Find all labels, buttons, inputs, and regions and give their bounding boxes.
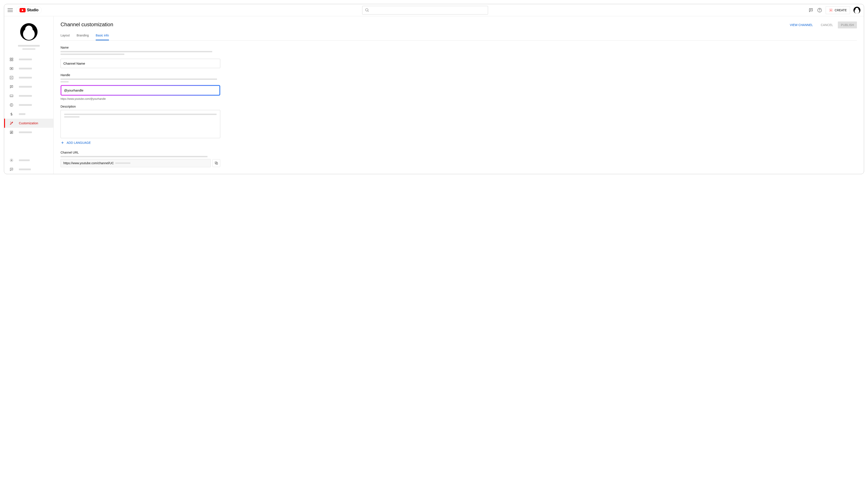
svg-marker-14 [11,68,12,69]
dollar-icon [9,112,14,116]
search-input[interactable] [362,6,488,14]
nav-customization-label: Customization [19,122,38,125]
channel-name-input[interactable] [61,59,220,68]
svg-rect-9 [10,58,11,59]
nav-content[interactable] [4,64,53,73]
content-icon [9,66,14,71]
nav-send-feedback[interactable] [4,165,53,174]
publish-button: PUBLISH [838,22,857,28]
svg-point-27 [10,122,11,122]
channel-name-placeholder [18,45,40,46]
analytics-icon [9,75,14,80]
chat-feedback-icon[interactable] [808,8,813,13]
handle-input[interactable] [61,86,219,95]
handle-label: Handle [61,73,220,77]
account-avatar[interactable] [854,7,860,14]
tab-layout[interactable]: Layout [61,31,70,40]
logo[interactable]: Studio [16,6,42,14]
handle-url: https://www.youtube.com/@yourhandle [61,97,220,100]
svg-point-30 [11,132,12,133]
create-label: CREATE [835,8,847,12]
svg-rect-10 [12,58,13,59]
plus-icon [61,141,64,145]
search-icon [365,8,369,12]
description-textarea[interactable] [61,110,220,138]
logo-text: Studio [27,8,38,12]
svg-point-24 [10,103,13,106]
channel-url-value: https://www.youtube.com/channel/UC [63,161,114,165]
svg-line-1 [368,11,369,11]
copy-icon [214,161,218,165]
tab-basic-info[interactable]: Basic info [96,31,109,40]
help-icon[interactable] [817,8,822,13]
channel-sub-placeholder [22,48,35,50]
view-channel-button[interactable]: VIEW CHANNEL [787,22,816,28]
nav-monetization[interactable] [4,109,53,119]
subtitles-icon [9,94,14,98]
svg-rect-12 [12,60,13,61]
comments-icon [9,85,14,89]
svg-rect-11 [10,60,11,61]
copyright-icon [9,103,14,107]
menu-icon[interactable] [8,8,13,13]
tab-branding[interactable]: Branding [76,31,89,40]
channel-url-input[interactable]: https://www.youtube.com/channel/UC [61,159,211,167]
nav-dashboard[interactable] [4,55,53,64]
create-plus-icon [829,8,833,12]
dashboard-icon [9,57,14,62]
settings-icon [9,158,14,162]
youtube-icon [20,8,26,12]
main-content: Channel customization VIEW CHANNEL CANCE… [54,16,864,174]
name-label: Name [61,46,220,49]
description-label: Description [61,105,220,108]
nav-customization[interactable]: Customization [4,119,53,128]
add-language-label: ADD LANGUAGE [67,141,91,144]
create-button[interactable]: CREATE [826,6,850,14]
customization-icon [9,121,14,125]
add-language-button[interactable]: ADD LANGUAGE [61,141,220,145]
svg-point-26 [12,122,13,122]
nav-subtitles[interactable] [4,91,53,100]
topbar: Studio CREATE [4,4,864,16]
tabs: Layout Branding Basic info [61,31,857,40]
channel-url-label: Channel URL [61,151,220,154]
page-title: Channel customization [61,22,113,28]
nav-copyright[interactable] [4,100,53,109]
svg-rect-28 [10,131,13,134]
copy-url-button[interactable] [212,159,220,167]
svg-point-31 [11,160,12,161]
svg-point-29 [11,133,11,133]
feedback-icon [9,167,14,171]
sidebar: Customization [4,16,54,174]
nav-audio-library[interactable] [4,128,53,137]
channel-avatar[interactable] [20,23,37,40]
nav-comments[interactable] [4,82,53,91]
nav-analytics[interactable] [4,73,53,82]
svg-point-0 [365,8,368,11]
audio-icon [9,130,14,134]
nav-settings[interactable] [4,156,53,165]
svg-rect-21 [10,95,13,97]
cancel-button[interactable]: CANCEL [818,22,836,28]
handle-input-highlight [61,85,220,96]
